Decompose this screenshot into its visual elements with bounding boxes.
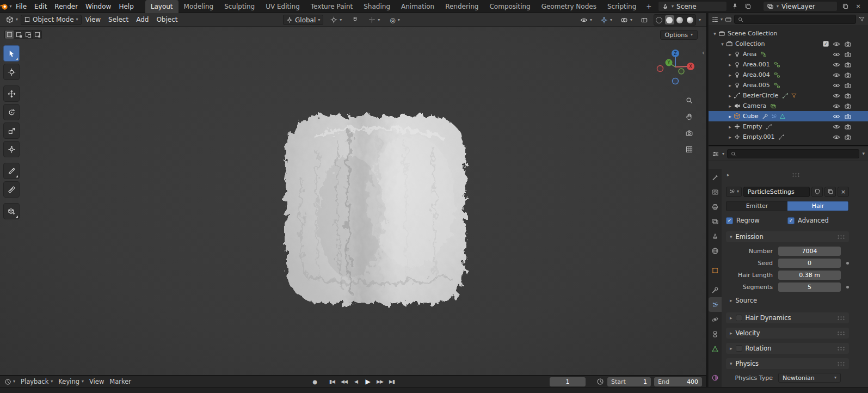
drag-dots-handle[interactable] <box>837 346 845 351</box>
disclosure-closed-icon[interactable]: ▸ <box>727 134 734 140</box>
breadcrumb-chevron-icon[interactable]: ▸ <box>727 172 730 177</box>
navigation-gizmo[interactable]: Z X Y <box>655 46 696 88</box>
number-field[interactable]: 7004 <box>778 247 841 256</box>
tool-scale[interactable] <box>3 122 20 139</box>
overlays-dropdown[interactable]: ▾ <box>618 15 635 25</box>
outliner-row-beziercircle[interactable]: ▸ BezierCircle <box>709 90 868 101</box>
editor-type-button[interactable]: ▾ <box>3 15 21 25</box>
render-visibility-icon[interactable] <box>844 71 852 79</box>
tool-rotate[interactable] <box>3 104 20 120</box>
hide-eye-icon[interactable] <box>833 82 840 89</box>
render-visibility-icon[interactable] <box>844 82 852 89</box>
tool-transform[interactable] <box>3 141 20 157</box>
tool-cursor[interactable] <box>3 64 20 80</box>
blender-logo[interactable]: ▾ <box>0 0 12 13</box>
drag-dots-handle[interactable] <box>837 331 845 336</box>
shading-solid-button[interactable] <box>665 15 674 24</box>
collection-exclude-checkbox[interactable]: ✓ <box>823 41 829 47</box>
hide-eye-icon[interactable] <box>833 133 840 141</box>
advanced-checkbox[interactable]: ✓ <box>787 217 795 224</box>
menu-render[interactable]: Render <box>51 0 82 13</box>
tool-move[interactable] <box>3 85 20 102</box>
timeline-editor-type-button[interactable]: ▾ <box>4 378 15 385</box>
source-subpanel-header[interactable]: ▸ Source <box>726 295 849 306</box>
menu-window[interactable]: Window <box>82 0 115 13</box>
hair-dynamics-checkbox[interactable] <box>736 315 742 321</box>
tab-tool[interactable] <box>709 170 722 185</box>
perspective-toggle-button[interactable] <box>683 143 695 155</box>
workspace-tab-modeling[interactable]: Modeling <box>178 0 219 13</box>
particle-settings-name-field[interactable]: ParticleSettings <box>743 187 810 197</box>
preview-range-clock-icon[interactable] <box>596 378 604 385</box>
workspace-tab-layout[interactable]: Layout <box>145 0 178 13</box>
drag-dots-handle[interactable] <box>837 316 845 321</box>
gizmo-x-neg-axis[interactable] <box>657 66 663 72</box>
rotation-panel-header[interactable]: ▸ Rotation <box>726 343 849 354</box>
drag-dots-handle[interactable] <box>837 235 845 240</box>
new-scene-button[interactable] <box>742 1 753 11</box>
proportional-edit-dropdown[interactable]: ◎ ▾ <box>387 15 403 25</box>
current-frame-field[interactable]: 1 <box>550 377 586 386</box>
options-button[interactable]: Options ▾ <box>660 30 698 40</box>
menu-select[interactable]: Select <box>104 13 132 26</box>
disclosure-closed-icon[interactable]: ▸ <box>727 62 734 67</box>
animate-dot-icon[interactable] <box>846 262 849 265</box>
tool-select-box[interactable] <box>3 45 20 62</box>
outliner-editor-type-button[interactable]: ▾ <box>711 16 723 23</box>
velocity-panel-header[interactable]: ▸ Velocity <box>726 328 849 339</box>
filter-icon[interactable] <box>858 16 865 23</box>
hide-eye-icon[interactable] <box>833 113 840 120</box>
tab-modifiers[interactable] <box>709 283 722 297</box>
render-visibility-icon[interactable] <box>844 133 852 141</box>
tab-physics[interactable] <box>709 312 722 327</box>
disclosure-closed-icon[interactable]: ▸ <box>727 114 734 119</box>
outliner-row-scene-collection[interactable]: ▾ Scene Collection <box>709 28 868 39</box>
zoom-button[interactable] <box>683 94 695 106</box>
render-visibility-icon[interactable] <box>844 51 852 58</box>
frame-end-field[interactable]: End 400 <box>654 377 702 386</box>
seed-field[interactable]: 0 <box>778 259 841 268</box>
shading-dropdown-chevron[interactable]: ▾ <box>699 18 701 22</box>
shading-wireframe-button[interactable] <box>655 15 664 24</box>
render-visibility-icon[interactable] <box>844 40 852 48</box>
region-collapse-arrow[interactable]: ‹ <box>702 48 705 57</box>
render-visibility-icon[interactable] <box>844 102 852 110</box>
properties-search[interactable] <box>727 149 859 158</box>
tab-render[interactable] <box>709 185 722 199</box>
emitter-option[interactable]: Emitter <box>727 201 787 211</box>
hide-eye-icon[interactable] <box>833 61 840 69</box>
visibility-dropdown[interactable]: ▾ <box>577 15 595 25</box>
render-visibility-icon[interactable] <box>844 113 852 120</box>
workspace-tab-compositing[interactable]: Compositing <box>484 0 535 13</box>
physics-type-dropdown[interactable]: Newtonian ▾ <box>778 373 841 383</box>
gizmo-z-neg-axis[interactable] <box>673 78 679 84</box>
playback-menu[interactable]: Playback ▾ <box>21 378 53 385</box>
tab-world[interactable] <box>709 243 722 258</box>
unlink-button[interactable]: × <box>838 187 849 197</box>
properties-options-chevron[interactable]: ▾ <box>862 151 865 156</box>
tab-object[interactable] <box>709 263 722 278</box>
disclosure-closed-icon[interactable]: ▸ <box>727 93 734 99</box>
transform-orientation-dropdown[interactable]: Global ▾ <box>283 15 323 25</box>
mode-dropdown[interactable]: Object Mode ▾ <box>21 15 82 25</box>
rotation-checkbox[interactable] <box>736 345 742 352</box>
segments-field[interactable]: 5 <box>778 283 841 292</box>
xray-toggle[interactable] <box>638 15 651 25</box>
menu-file[interactable]: File <box>12 0 30 13</box>
select-invert-button[interactable] <box>32 30 42 39</box>
disclosure-open-icon[interactable]: ▾ <box>711 31 718 36</box>
display-mode-icon[interactable] <box>725 16 732 23</box>
snap-settings-dropdown[interactable]: ▾ <box>366 15 383 25</box>
disclosure-closed-icon[interactable]: ▸ <box>727 124 734 130</box>
workspace-tab-scripting[interactable]: Scripting <box>602 0 642 13</box>
physics-panel-header[interactable]: ▾ Physics <box>726 358 849 369</box>
outliner-row-cube[interactable]: ▸ Cube <box>709 111 868 121</box>
tool-add-cube[interactable] <box>3 203 20 219</box>
outliner-row-empty-001[interactable]: ▸ Empty.001 <box>709 132 868 142</box>
tab-scene[interactable] <box>709 229 722 243</box>
workspace-tab-rendering[interactable]: Rendering <box>440 0 484 13</box>
outliner-row-area-001[interactable]: ▸ Area.001 <box>709 59 868 70</box>
auto-keying-toggle[interactable]: ● <box>310 379 319 385</box>
menu-edit[interactable]: Edit <box>30 0 51 13</box>
hair-length-field[interactable]: 0.38 m <box>778 271 841 280</box>
